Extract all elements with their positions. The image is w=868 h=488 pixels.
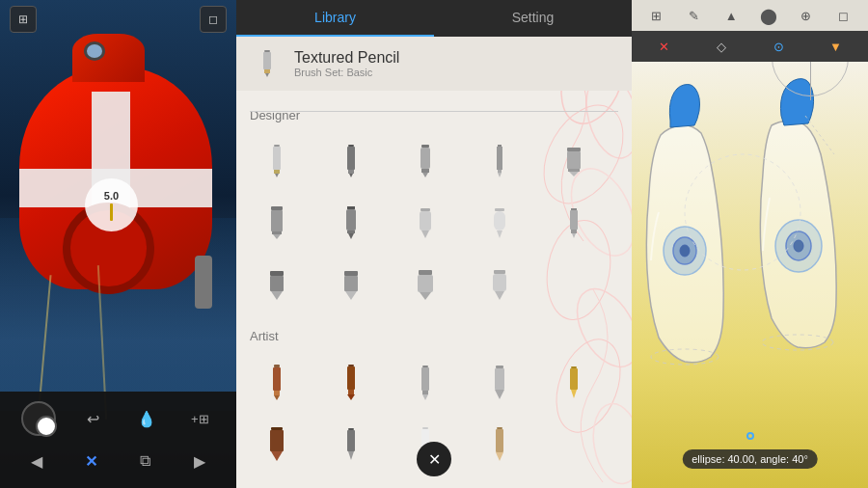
svg-marker-27 [498,173,502,177]
brush-item[interactable] [474,353,527,411]
add-layer-button[interactable]: +⊞ [184,403,215,434]
brush-item[interactable] [398,353,451,411]
svg-rect-77 [571,366,577,368]
svg-marker-58 [420,292,431,300]
svg-marker-19 [349,174,353,177]
bottle-sketch [632,58,868,424]
transform-point[interactable] [746,432,754,440]
fullscreen-icon[interactable]: ◻ [200,6,227,33]
svg-rect-56 [419,270,432,275]
svg-rect-63 [273,367,281,391]
svg-rect-8 [264,50,270,52]
close-library-button[interactable]: ✕ [417,442,451,476]
svg-rect-41 [420,211,431,230]
prev-button[interactable]: ◀ [21,446,52,476]
brush-item[interactable] [398,256,451,313]
bottle-right [760,79,836,348]
brush-item[interactable] [474,132,527,190]
brush-item[interactable] [548,132,601,190]
left-bottom-toolbar: ↩ 💧 +⊞ ◀ ✕ ⧉ ▶ [0,392,236,488]
svg-rect-37 [346,209,356,230]
pen-tool-icon[interactable]: ✎ [680,2,707,29]
svg-rect-30 [568,169,580,172]
svg-marker-15 [275,174,279,177]
settings-icon[interactable]: ◻ [830,2,857,29]
brush-item[interactable] [398,194,451,252]
tab-library[interactable]: Library [236,0,434,37]
next-button[interactable]: ▶ [184,446,215,476]
left-top-toolbar: ⊞ ◻ [0,0,236,39]
svg-marker-42 [421,230,429,238]
brush-item[interactable] [548,353,601,411]
section-artist-label: Artist [236,317,632,349]
svg-rect-66 [348,365,354,366]
color-wheel-icon[interactable]: ⬤ [755,2,782,29]
gallery-icon[interactable]: ⊞ [10,6,37,33]
svg-rect-10 [264,69,270,73]
brush-item[interactable] [548,194,601,252]
size-value: 5.0 [104,190,119,202]
eraser-icon[interactable]: ◇ [708,33,735,60]
svg-rect-48 [571,230,577,233]
svg-marker-52 [271,291,283,300]
svg-rect-32 [271,206,283,210]
svg-rect-18 [348,170,354,174]
brush-library[interactable]: Designer [236,39,632,488]
svg-rect-78 [570,368,578,390]
layers-button[interactable]: ⧉ [130,446,161,476]
svg-rect-83 [348,428,354,430]
brush-set: Brush Set: Basic [294,67,399,78]
grid-icon[interactable]: ⊞ [642,2,669,29]
brush-item[interactable] [474,415,527,473]
brush-item[interactable] [398,132,451,190]
bottom-row-2: ◀ ✕ ⧉ ▶ [0,440,236,482]
stamp-icon[interactable]: ▲ [718,2,745,29]
brush-icon-small [110,203,113,221]
brush-item[interactable] [250,256,303,313]
brush-item[interactable] [250,415,303,473]
brush-item[interactable] [250,194,303,252]
svg-rect-72 [422,391,428,394]
right-toolbar-1: ⊞ ✎ ▲ ⬤ ⊕ ◻ [632,0,868,31]
svg-marker-79 [571,390,577,398]
svg-point-109 [680,245,690,257]
svg-rect-59 [494,270,505,274]
svg-rect-60 [493,274,506,291]
brush-item[interactable] [474,256,527,313]
brush-item[interactable] [324,132,377,190]
brush-item[interactable] [474,194,527,252]
color-swatch[interactable] [21,401,56,436]
svg-rect-17 [347,147,355,170]
svg-rect-25 [497,147,502,170]
cancel-button[interactable]: ✕ [75,446,106,476]
svg-rect-84 [347,430,355,451]
svg-rect-89 [497,427,502,429]
svg-marker-73 [422,394,428,400]
brush-item[interactable] [324,256,377,313]
svg-rect-26 [498,170,502,173]
svg-rect-81 [270,430,284,451]
svg-marker-61 [495,291,504,300]
close-tool-icon[interactable]: ✕ [651,33,678,60]
designer-brush-grid [236,128,632,317]
dropper-button[interactable]: 💧 [131,403,162,434]
sub-fin [195,256,212,309]
svg-rect-90 [496,429,503,452]
transform-icon[interactable]: ⊙ [765,33,792,60]
svg-marker-11 [265,73,269,77]
brush-item[interactable] [250,132,303,190]
brush-item[interactable] [324,194,377,252]
bottle-left [646,85,723,363]
sub-conning-tower [72,34,145,82]
svg-rect-16 [348,145,354,147]
brush-item[interactable] [324,415,377,473]
undo-button[interactable]: ↩ [78,403,109,434]
svg-marker-85 [348,451,354,460]
brush-item[interactable] [250,353,303,411]
expand-icon[interactable]: ▼ [822,33,849,60]
svg-rect-14 [274,170,280,174]
svg-marker-35 [273,234,281,239]
layers-icon[interactable]: ⊕ [793,2,820,29]
brush-item[interactable] [324,353,377,411]
tab-setting[interactable]: Setting [434,0,632,37]
